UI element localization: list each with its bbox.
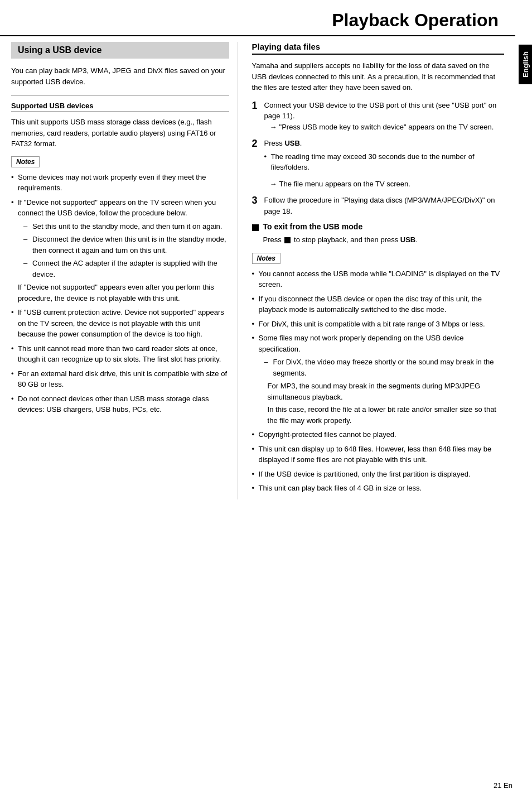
usb-intro: You can play back MP3, WMA, JPEG and Div… xyxy=(11,65,229,87)
sub-list: For DivX, the video may freeze shortly o… xyxy=(264,357,504,378)
list-item: This unit can play back files of 4 GB in… xyxy=(252,483,504,494)
exit-body: Press to stop playback, and then press U… xyxy=(263,234,504,246)
left-notes-list: Some devices may not work properly even … xyxy=(11,172,229,415)
black-square-icon xyxy=(252,224,259,231)
list-item: In this case, record the file at a lower… xyxy=(268,404,504,426)
step-2-content: Press USB. The reading time may exceed 3… xyxy=(264,138,504,189)
notes-label: Notes xyxy=(11,156,40,167)
list-item: Copyright-protected files cannot be play… xyxy=(252,429,504,440)
exit-title: To exit from the USB mode xyxy=(263,222,363,231)
content-area: Using a USB device You can play back MP3… xyxy=(0,36,532,511)
notes2-label: Notes xyxy=(252,253,280,264)
list-item: For DivX, this unit is compatible with a… xyxy=(252,319,504,330)
step-3: 3 Follow the procedure in "Playing data … xyxy=(252,195,504,217)
note-extra: If "Device not supported" appears even a… xyxy=(18,283,214,302)
list-item: The reading time may exceed 30 seconds d… xyxy=(264,151,504,173)
sub-sub-list: For MP3, the sound may break in the segm… xyxy=(268,381,504,426)
step-number-1: 1 xyxy=(252,100,264,112)
step-2-bullets: The reading time may exceed 30 seconds d… xyxy=(264,151,504,173)
page-header: Playback Operation xyxy=(0,0,515,36)
supported-body: This unit supports USB mass storage clas… xyxy=(11,117,229,150)
list-item: If you disconnect the USB device or open… xyxy=(252,294,504,315)
list-item: For MP3, the sound may break in the segm… xyxy=(268,381,504,402)
step-number-2: 2 xyxy=(252,138,264,150)
supported-title: Supported USB devices xyxy=(11,102,229,112)
step-2-arrow: The file menu appears on the TV screen. xyxy=(264,179,504,190)
english-tab: English xyxy=(519,45,532,84)
list-item: Some devices may not work properly even … xyxy=(11,172,229,194)
list-item: For an external hard disk drive, this un… xyxy=(11,368,229,390)
left-column: Using a USB device You can play back MP3… xyxy=(11,42,238,499)
stop-icon xyxy=(284,237,291,243)
usb-section-title: Using a USB device xyxy=(11,42,229,59)
step-1: 1 Connect your USB device to the USB por… xyxy=(252,100,504,133)
step-1-arrow: "Press USB mode key to switch device" ap… xyxy=(264,122,504,133)
step-2: 2 Press USB. The reading time may exceed… xyxy=(252,138,504,189)
list-item: This unit can display up to 648 files. H… xyxy=(252,444,504,465)
right-notes-list: You cannot access the USB mode while "LO… xyxy=(252,268,504,494)
step-3-content: Follow the procedure in "Playing data di… xyxy=(264,195,504,217)
right-column: Playing data files Yamaha and suppliers … xyxy=(249,42,515,499)
page-container: Playback Operation English Using a USB d… xyxy=(0,0,532,798)
list-item: For DivX, the video may freeze shortly o… xyxy=(264,357,504,378)
playing-intro: Yamaha and suppliers accepts no liabilit… xyxy=(252,60,504,93)
list-item: Connect the AC adapter if the adapter is… xyxy=(23,258,229,280)
list-item: If the USB device is partitioned, only t… xyxy=(252,469,504,480)
page-title: Playback Operation xyxy=(332,10,499,30)
list-item: If "Device not supported" appears on the… xyxy=(11,197,229,304)
divider xyxy=(11,95,229,96)
page-number: 21 En xyxy=(494,781,512,790)
list-item: Set this unit to the standby mode, and t… xyxy=(23,221,229,232)
sub-list: Set this unit to the standby mode, and t… xyxy=(23,221,229,280)
exit-section-header: To exit from the USB mode xyxy=(252,222,504,231)
step-1-content: Connect your USB device to the USB port … xyxy=(264,100,504,133)
list-item: Disconnect the device when this unit is … xyxy=(23,234,229,256)
step-number-3: 3 xyxy=(252,195,264,207)
list-item: You cannot access the USB mode while "LO… xyxy=(252,268,504,290)
list-item: This unit cannot read more than two card… xyxy=(11,343,229,365)
list-item: If "USB current protection active. Devic… xyxy=(11,307,229,340)
list-item: Do not connect devices other than USB ma… xyxy=(11,393,229,415)
playing-title: Playing data files xyxy=(252,42,504,55)
list-item: Some files may not work properly dependi… xyxy=(252,333,504,426)
